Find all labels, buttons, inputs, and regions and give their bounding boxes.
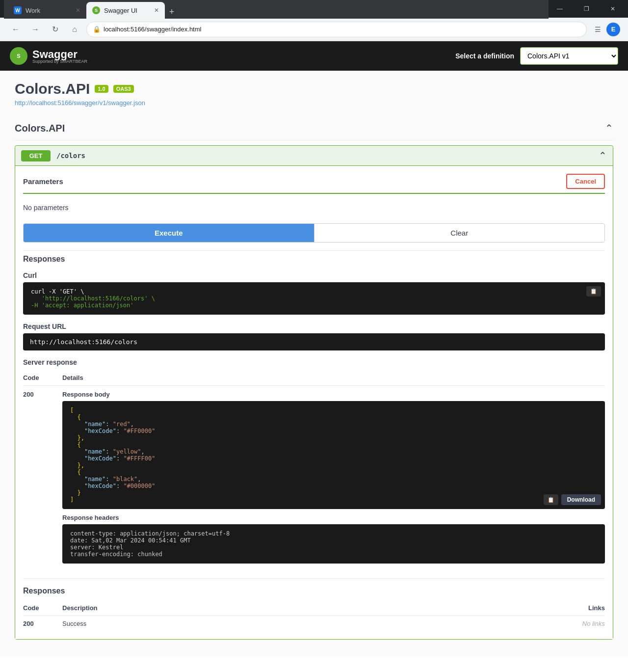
endpoint-block: GET /colors ⌃ Parameters Cancel No param… — [15, 145, 613, 640]
extensions-button[interactable]: ☰ — [591, 23, 604, 36]
tab-work[interactable]: W Work ✕ — [8, 2, 86, 19]
json-key-hex2: "hexCode" — [84, 455, 116, 462]
swagger-logo: S Swagger Supported by SMARTBEAR — [10, 47, 87, 65]
response-headers-label: Response headers — [62, 514, 605, 521]
no-params-text: No parameters — [23, 200, 605, 215]
json-bracket-obj1-open: { — [77, 414, 80, 421]
tab-swagger[interactable]: S Swagger UI ✕ — [86, 2, 165, 19]
swagger-content: Colors.API 1.0 OAS3 http://localhost:516… — [0, 71, 628, 657]
json-val-hex3: "#000000" — [123, 483, 155, 489]
request-url-section: Request URL http://localhost:5166/colors — [23, 323, 605, 350]
json-bracket-open: [ — [70, 407, 74, 414]
clear-button[interactable]: Clear — [314, 224, 605, 242]
section-title: Colors.API — [15, 123, 65, 134]
response-headers-block: content-type: application/json; charset=… — [62, 524, 605, 564]
response-details: Response body [ { "name": "red", "hexCod… — [62, 391, 605, 564]
refresh-button[interactable]: ↻ — [47, 22, 63, 37]
bottom-desc-200: Success — [62, 620, 546, 627]
header-line2: date: Sat,02 Mar 2024 00:54:41 GMT — [70, 537, 191, 544]
swagger-logo-icon: S — [10, 47, 27, 65]
method-badge: GET — [21, 150, 51, 161]
json-bracket-obj1-close: }, — [77, 434, 84, 441]
responses-section-title: Responses — [23, 250, 605, 264]
col-code-header: Code — [23, 374, 62, 381]
maximize-button[interactable]: ❐ — [575, 0, 598, 18]
json-bracket-obj3-close: } — [77, 489, 80, 496]
forward-button[interactable]: → — [27, 22, 43, 37]
url-text[interactable]: localhost:5166/swagger/index.html — [104, 26, 580, 33]
json-val-name1: "red" — [113, 421, 131, 428]
endpoint-body: Parameters Cancel No parameters Execute … — [15, 165, 613, 639]
params-header: Parameters Cancel — [23, 174, 605, 194]
json-key-name3: "name" — [84, 476, 105, 483]
server-response-label: Server response — [23, 358, 605, 366]
api-title: Colors.API 1.0 OAS3 — [15, 81, 613, 97]
header-line4: transfer-encoding: chunked — [70, 551, 162, 558]
header-line3: server: Kestrel — [70, 544, 123, 551]
lock-icon: 🔒 — [93, 26, 101, 33]
curl-section: Curl curl -X 'GET' \ 'http://localhost:5… — [23, 271, 605, 315]
bottom-response-row-200: 200 Success No links — [23, 616, 605, 631]
request-url-label: Request URL — [23, 323, 605, 330]
tab-work-close[interactable]: ✕ — [76, 7, 80, 14]
curl-label: Curl — [23, 271, 605, 279]
back-button[interactable]: ← — [8, 22, 24, 37]
json-bracket-close: ] — [70, 496, 74, 503]
curl-code-block: curl -X 'GET' \ 'http://localhost:5166/c… — [23, 282, 605, 315]
json-bracket-obj2-open: { — [77, 441, 80, 448]
execute-button[interactable]: Execute — [24, 224, 314, 242]
cancel-button[interactable]: Cancel — [566, 174, 605, 189]
swagger-logo-text-block: Swagger Supported by SMARTBEAR — [32, 48, 87, 64]
definition-select[interactable]: Colors.API v1 — [520, 47, 618, 65]
curl-line2: 'http://localhost:5166/colors' \ — [31, 295, 155, 302]
section-chevron[interactable]: ⌃ — [605, 122, 613, 134]
json-val-hex1: "#FF0000" — [123, 428, 155, 434]
json-val-hex2: "#FFFF00" — [123, 455, 155, 462]
endpoint-chevron[interactable]: ⌃ — [599, 150, 607, 161]
tab-swagger-close[interactable]: ✕ — [154, 7, 159, 14]
request-url-value: http://localhost:5166/colors — [23, 333, 605, 350]
json-val-name2: "yellow" — [113, 448, 141, 455]
endpoint-header[interactable]: GET /colors ⌃ — [15, 146, 613, 165]
bottom-responses-section: Responses Code Description Links 200 Suc… — [23, 578, 605, 631]
endpoint-path: /colors — [56, 152, 85, 160]
response-copy-button[interactable]: 📋 — [544, 494, 558, 505]
action-buttons: Execute Clear — [23, 223, 605, 242]
col-details-header: Details — [62, 374, 605, 381]
profile-button[interactable]: E — [606, 23, 620, 36]
close-button[interactable]: ✕ — [602, 0, 624, 18]
definition-label: Select a definition — [455, 52, 514, 60]
bottom-table-header: Code Description Links — [23, 600, 605, 616]
bottom-col-code-header: Code — [23, 604, 62, 612]
version-badge: 1.0 — [95, 85, 108, 93]
section-header: Colors.API ⌃ — [15, 116, 613, 140]
json-bracket-obj3-open: { — [77, 469, 80, 476]
json-key-hex3: "hexCode" — [84, 483, 116, 489]
bottom-links-200: No links — [546, 620, 605, 627]
api-link[interactable]: http://localhost:5166/swagger/v1/swagger… — [15, 99, 613, 107]
tab-work-label: Work — [26, 7, 40, 14]
download-button[interactable]: Download — [561, 494, 601, 505]
response-body-block: [ { "name": "red", "hexCode": "#FF0000" … — [62, 401, 605, 509]
minimize-button[interactable]: — — [549, 0, 571, 18]
curl-copy-button[interactable]: 📋 — [586, 286, 601, 296]
json-bracket-obj2-close: }, — [77, 462, 84, 469]
curl-line1: curl -X 'GET' \ — [31, 288, 84, 295]
title-bar: W Work ✕ S Swagger UI ✕ + — ❐ ✕ — [0, 0, 628, 18]
server-response-table-header: Code Details — [23, 370, 605, 386]
json-val-name3: "black" — [113, 476, 138, 483]
params-title: Parameters — [23, 177, 63, 186]
json-key-hex1: "hexCode" — [84, 428, 116, 434]
browser-actions: ☰ E — [591, 23, 620, 36]
params-section: Parameters Cancel No parameters — [23, 174, 605, 215]
swagger-logo-subtitle: Supported by SMARTBEAR — [32, 59, 87, 64]
response-actions: 📋 Download — [544, 494, 601, 505]
swagger-favicon: S — [92, 6, 100, 14]
json-key-name2: "name" — [84, 448, 105, 455]
work-favicon: W — [14, 6, 22, 14]
swagger-header: S Swagger Supported by SMARTBEAR Select … — [0, 41, 628, 71]
new-tab-button[interactable]: + — [165, 5, 179, 19]
home-button[interactable]: ⌂ — [67, 22, 82, 37]
oas-badge: OAS3 — [113, 85, 134, 93]
swagger-definition: Select a definition Colors.API v1 — [455, 47, 618, 65]
